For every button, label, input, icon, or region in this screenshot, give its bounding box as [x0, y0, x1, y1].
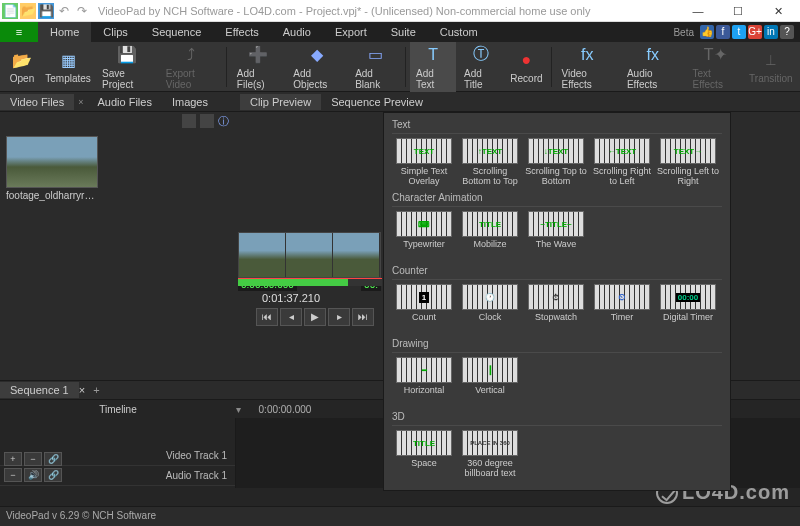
export-video-button[interactable]: ⤴Export Video — [160, 42, 222, 92]
save-icon: 💾 — [116, 44, 138, 66]
link-button[interactable]: 🔗 — [44, 452, 62, 466]
tab-audio-files[interactable]: Audio Files — [87, 94, 161, 110]
sequence-tab-1[interactable]: Sequence 1 — [0, 382, 79, 398]
speaker-button[interactable]: 🔊 — [24, 468, 42, 482]
media-thumbnail[interactable]: footage_oldharryroc... — [6, 136, 98, 201]
add-text-button[interactable]: TAdd Text — [410, 42, 456, 92]
shapes-icon: ◆ — [306, 44, 328, 66]
add-sequence-button[interactable]: + — [85, 382, 107, 398]
tab-clip-preview[interactable]: Clip Preview — [240, 94, 321, 110]
like-icon[interactable]: 👍 — [700, 25, 714, 39]
item-count[interactable]: 1Count — [392, 284, 456, 332]
item-stopwatch[interactable]: ⏱Stopwatch — [524, 284, 588, 332]
item-scrolling-left-to-right[interactable]: TEXT→Scrolling Left to Right — [656, 138, 720, 186]
item-the-wave[interactable]: ~TITLE~The Wave — [524, 211, 588, 259]
window-controls: — ☐ ✕ — [678, 1, 798, 21]
status-text: VideoPad v 6.29 © NCH Software — [6, 510, 156, 521]
tab-custom[interactable]: Custom — [428, 22, 490, 42]
video-effects-button[interactable]: fxVideo Effects — [555, 42, 618, 92]
item-clock[interactable]: 🕐Clock — [458, 284, 522, 332]
tab-audio[interactable]: Audio — [271, 22, 323, 42]
add-files-button[interactable]: ➕Add File(s) — [231, 42, 285, 92]
save-project-button[interactable]: 💾Save Project — [96, 42, 158, 92]
item-mobilize[interactable]: TITLEMobilize — [458, 211, 522, 259]
tab-effects[interactable]: Effects — [213, 22, 270, 42]
close-button[interactable]: ✕ — [758, 1, 798, 21]
bin-sort-icon[interactable] — [200, 114, 214, 128]
mute-button[interactable]: − — [4, 468, 22, 482]
item-timer[interactable]: ⏲Timer — [590, 284, 654, 332]
close-tab-icon[interactable]: × — [74, 97, 87, 107]
record-button[interactable]: ●Record — [506, 47, 546, 86]
item-vertical[interactable]: ┃Vertical — [458, 357, 522, 405]
open-button[interactable]: 📂Open — [4, 47, 40, 86]
add-track-button[interactable]: + — [4, 452, 22, 466]
section-character-animation: Character Animation — [392, 190, 722, 207]
bin-view-icon[interactable] — [182, 114, 196, 128]
tab-sequence-preview[interactable]: Sequence Preview — [321, 94, 433, 110]
section-counter: Counter — [392, 263, 722, 280]
item-digital-timer[interactable]: 00:00Digital Timer — [656, 284, 720, 332]
audio-link-button[interactable]: 🔗 — [44, 468, 62, 482]
tab-home[interactable]: Home — [38, 22, 91, 42]
qat-open-icon[interactable]: 📂 — [20, 3, 36, 19]
tab-sequence[interactable]: Sequence — [140, 22, 214, 42]
social-buttons: 👍 f t G+ in ? — [700, 22, 800, 42]
item-horizontal[interactable]: ━Horizontal — [392, 357, 456, 405]
quick-access-toolbar: 📄 📂 💾 ↶ ↷ — [2, 3, 90, 19]
text-effects-button[interactable]: T✦Text Effects — [687, 42, 744, 92]
current-position: 0:01:37.210 — [262, 292, 320, 304]
step-back-button[interactable]: ◂ — [280, 308, 302, 326]
help-icon[interactable]: ? — [780, 25, 794, 39]
tab-clips[interactable]: Clips — [91, 22, 139, 42]
facebook-icon[interactable]: f — [716, 25, 730, 39]
goto-end-button[interactable]: ⏭ — [352, 308, 374, 326]
step-forward-button[interactable]: ▸ — [328, 308, 350, 326]
folder-icon: 📂 — [11, 49, 33, 71]
tab-suite[interactable]: Suite — [379, 22, 428, 42]
audio-effects-button[interactable]: fxAudio Effects — [621, 42, 685, 92]
beta-label[interactable]: Beta — [673, 22, 700, 42]
play-button[interactable]: ▶ — [304, 308, 326, 326]
bin-info-icon[interactable]: ⓘ — [218, 114, 232, 128]
frame-strip[interactable] — [238, 232, 381, 278]
item-simple-text-overlay[interactable]: TEXTSimple Text Overlay — [392, 138, 456, 186]
templates-icon: ▦ — [57, 49, 79, 71]
item-scrolling-top-to-bottom[interactable]: ↓TEXTScrolling Top to Bottom — [524, 138, 588, 186]
app-menu-button[interactable]: ≡ — [0, 22, 38, 42]
goto-start-button[interactable]: ⏮ — [256, 308, 278, 326]
item-scrolling-right-to-left[interactable]: ←TEXTScrolling Right to Left — [590, 138, 654, 186]
templates-button[interactable]: ▦Templates — [42, 47, 94, 86]
transition-button[interactable]: ⟂Transition — [746, 47, 796, 86]
remove-track-button[interactable]: − — [24, 452, 42, 466]
thumbnail-image — [6, 136, 98, 188]
media-bin: ⓘ footage_oldharryroc... — [0, 112, 238, 380]
clip-ruler[interactable] — [238, 278, 382, 286]
tab-images[interactable]: Images — [162, 94, 218, 110]
qat-redo-icon[interactable]: ↷ — [74, 3, 90, 19]
add-blank-button[interactable]: ▭Add Blank — [349, 42, 401, 92]
tab-video-files[interactable]: Video Files — [0, 94, 74, 110]
qat-save-icon[interactable]: 💾 — [38, 3, 54, 19]
google-plus-icon[interactable]: G+ — [748, 25, 762, 39]
maximize-button[interactable]: ☐ — [718, 1, 758, 21]
item-scrolling-bottom-to-top[interactable]: ↑TEXTScrolling Bottom to Top — [458, 138, 522, 186]
linkedin-icon[interactable]: in — [764, 25, 778, 39]
item-typewriter[interactable]: ⌨Typewriter — [392, 211, 456, 259]
item-space[interactable]: TITLESpace — [392, 430, 456, 478]
thumbnail-label: footage_oldharryroc... — [6, 188, 98, 201]
add-title-button[interactable]: ⓉAdd Title — [458, 42, 504, 92]
minimize-button[interactable]: — — [678, 1, 718, 21]
bin-toolbar: ⓘ — [0, 112, 238, 130]
item-360-billboard[interactable]: PLACE IN 360360 degree billboard text — [458, 430, 522, 478]
qat-undo-icon[interactable]: ↶ — [56, 3, 72, 19]
section-drawing: Drawing — [392, 336, 722, 353]
text-icon: T — [422, 44, 444, 66]
status-bar: VideoPad v 6.29 © NCH Software — [0, 506, 800, 524]
tab-export[interactable]: Export — [323, 22, 379, 42]
add-objects-button[interactable]: ◆Add Objects — [287, 42, 347, 92]
tfx-icon: T✦ — [704, 44, 726, 66]
twitter-icon[interactable]: t — [732, 25, 746, 39]
qat-new-icon[interactable]: 📄 — [2, 3, 18, 19]
menu-tabs: ≡ Home Clips Sequence Effects Audio Expo… — [0, 22, 800, 42]
